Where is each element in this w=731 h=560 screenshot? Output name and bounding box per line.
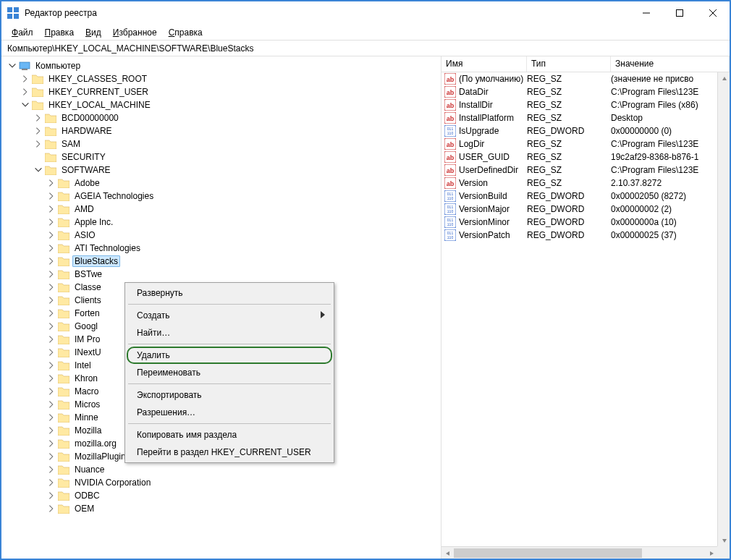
value-name: (По умолчанию) xyxy=(459,74,527,84)
chevron-right-icon[interactable] xyxy=(46,230,56,240)
scrollbar-vertical[interactable] xyxy=(717,72,730,546)
scroll-thumb[interactable] xyxy=(454,548,642,558)
chevron-right-icon[interactable] xyxy=(20,74,30,84)
tree-item-hkcu[interactable]: HKEY_CURRENT_USER xyxy=(4,85,441,98)
tree-item[interactable]: BCD00000000 xyxy=(4,111,441,124)
tree-item[interactable]: ATI Technologies xyxy=(4,242,441,255)
ctx-find[interactable]: Найти… xyxy=(127,324,332,341)
chevron-right-icon[interactable] xyxy=(46,478,56,488)
chevron-right-icon[interactable] xyxy=(46,191,56,201)
chevron-right-icon[interactable] xyxy=(46,204,56,214)
tree-item[interactable]: AGEIA Technologies xyxy=(4,190,441,203)
chevron-right-icon[interactable] xyxy=(46,282,56,292)
tree-item[interactable]: ODBC xyxy=(4,489,441,502)
ctx-rename[interactable]: Переименовать xyxy=(127,364,332,381)
tree-item-computer[interactable]: Компьютер xyxy=(4,59,441,72)
scroll-down-button[interactable] xyxy=(718,534,730,546)
tree-item[interactable]: Nuance xyxy=(4,463,441,476)
tree-item[interactable]: Adobe xyxy=(4,177,441,190)
tree-item-software[interactable]: SOFTWARE xyxy=(4,164,441,177)
value-row[interactable]: DataDirREG_SZC:\Program Files\123E xyxy=(441,85,730,98)
ctx-copy-key-name[interactable]: Копировать имя раздела xyxy=(127,426,332,444)
menu-view[interactable]: Вид xyxy=(81,26,106,39)
value-row[interactable]: VersionPatchREG_DWORD0x00000025 (37) xyxy=(441,229,730,242)
value-row[interactable]: InstallDirREG_SZC:\Program Files (x86) xyxy=(441,98,730,111)
value-row[interactable]: UserDefinedDirREG_SZC:\Program Files\123… xyxy=(441,164,730,177)
column-header-value[interactable]: Значение xyxy=(611,56,730,72)
value-row[interactable]: VersionBuildREG_DWORD0x00002050 (8272) xyxy=(441,190,730,203)
chevron-right-icon[interactable] xyxy=(46,386,56,396)
chevron-down-icon[interactable] xyxy=(7,61,17,71)
chevron-right-icon[interactable] xyxy=(33,139,43,149)
menu-file[interactable]: Файл xyxy=(7,26,38,39)
values-pane[interactable]: Имя Тип Значение (По умолчанию)REG_SZ(зн… xyxy=(441,56,730,559)
ctx-permissions[interactable]: Разрешения… xyxy=(127,404,332,421)
chevron-right-icon[interactable] xyxy=(46,347,56,357)
chevron-right-icon[interactable] xyxy=(46,360,56,370)
chevron-right-icon[interactable] xyxy=(33,126,43,136)
value-row[interactable]: (По умолчанию)REG_SZ(значение не присво xyxy=(441,72,730,85)
column-header-type[interactable]: Тип xyxy=(527,56,611,72)
chevron-right-icon[interactable] xyxy=(46,269,56,279)
tree-item[interactable]: ASIO xyxy=(4,229,441,242)
scroll-right-button[interactable] xyxy=(705,547,717,559)
chevron-right-icon[interactable] xyxy=(33,113,43,123)
chevron-right-icon[interactable] xyxy=(46,308,56,318)
chevron-right-icon[interactable] xyxy=(46,243,56,253)
close-button[interactable] xyxy=(696,1,730,25)
chevron-right-icon[interactable] xyxy=(46,491,56,501)
tree-item[interactable]: SAM xyxy=(4,137,441,150)
tree-item[interactable]: BSTwe xyxy=(4,268,441,281)
value-row[interactable]: USER_GUIDREG_SZ19c2af29-8368-b876-1 xyxy=(441,150,730,164)
menu-favorites[interactable]: Избранное xyxy=(109,26,161,39)
tree-item[interactable]: SECURITY xyxy=(4,150,441,164)
tree-item[interactable]: Apple Inc. xyxy=(4,216,441,229)
chevron-right-icon[interactable] xyxy=(46,295,56,305)
tree-item-bluestacks[interactable]: BlueStacks xyxy=(4,255,441,268)
tree-item[interactable]: HARDWARE xyxy=(4,124,441,137)
column-header-name[interactable]: Имя xyxy=(441,56,527,72)
ctx-delete[interactable]: Удалить xyxy=(127,347,332,364)
chevron-right-icon[interactable] xyxy=(46,438,56,449)
scroll-up-button[interactable] xyxy=(718,72,730,85)
chevron-down-icon[interactable] xyxy=(20,100,30,110)
value-row[interactable]: VersionMajorREG_DWORD0x00000002 (2) xyxy=(441,203,730,216)
scrollbar-horizontal[interactable] xyxy=(441,546,717,559)
value-row[interactable]: InstallPlatformREG_SZDesktop xyxy=(441,111,730,124)
chevron-right-icon[interactable] xyxy=(46,256,56,266)
maximize-button[interactable] xyxy=(663,1,696,25)
chevron-right-icon[interactable] xyxy=(46,464,56,475)
chevron-right-icon[interactable] xyxy=(46,425,56,436)
tree-item[interactable]: OEM xyxy=(4,502,441,515)
chevron-right-icon[interactable] xyxy=(46,178,56,188)
menu-help[interactable]: Справка xyxy=(164,26,207,39)
value-row[interactable]: VersionMinorREG_DWORD0x0000000a (10) xyxy=(441,216,730,229)
chevron-right-icon[interactable] xyxy=(46,321,56,331)
ctx-export[interactable]: Экспортировать xyxy=(127,386,332,404)
value-row[interactable]: VersionREG_SZ2.10.37.8272 xyxy=(441,177,730,190)
tree-item-hkcr[interactable]: HKEY_CLASSES_ROOT xyxy=(4,72,441,85)
scroll-left-button[interactable] xyxy=(441,547,454,559)
chevron-down-icon[interactable] xyxy=(33,165,43,175)
ctx-goto-hkcu[interactable]: Перейти в раздел HKEY_CURRENT_USER xyxy=(127,444,332,461)
tree-item-hklm[interactable]: HKEY_LOCAL_MACHINE xyxy=(4,98,441,111)
tree-item[interactable]: NVIDIA Corporation xyxy=(4,476,441,489)
chevron-right-icon[interactable] xyxy=(20,87,30,97)
menu-edit[interactable]: Правка xyxy=(41,26,79,39)
chevron-right-icon[interactable] xyxy=(46,373,56,383)
value-row[interactable]: LogDirREG_SZC:\Program Files\123E xyxy=(441,137,730,150)
chevron-right-icon[interactable] xyxy=(46,217,56,227)
chevron-right-icon[interactable] xyxy=(46,451,56,462)
value-row[interactable]: IsUpgradeREG_DWORD0x00000000 (0) xyxy=(441,124,730,137)
chevron-right-icon[interactable] xyxy=(46,334,56,344)
chevron-right-icon[interactable] xyxy=(46,412,56,423)
chevron-right-icon[interactable] xyxy=(46,504,56,514)
ctx-expand[interactable]: Развернуть xyxy=(127,284,332,302)
titlebar[interactable]: Редактор реестра xyxy=(1,1,730,25)
chevron-right-icon[interactable] xyxy=(46,399,56,410)
addressbar[interactable]: Компьютер\HKEY_LOCAL_MACHINE\SOFTWARE\Bl… xyxy=(1,41,730,56)
tree-label: HARDWARE xyxy=(59,125,114,137)
minimize-button[interactable] xyxy=(630,1,663,25)
tree-item[interactable]: AMD xyxy=(4,203,441,216)
ctx-new[interactable]: Создать xyxy=(127,307,332,324)
